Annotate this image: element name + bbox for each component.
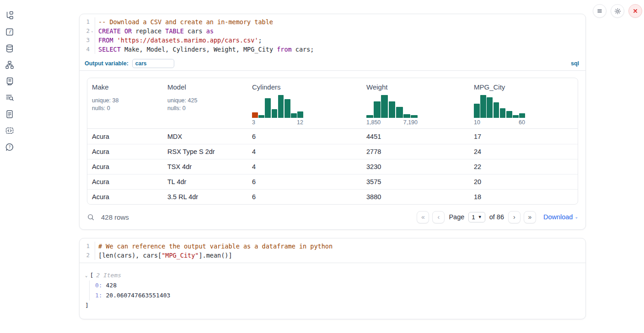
prev-page-button[interactable]: ‹ [432, 211, 445, 223]
histogram-bar [381, 95, 388, 118]
item-index: 1: [95, 292, 106, 299]
dependency-graph-icon[interactable] [0, 57, 19, 73]
table-header: Makeunique: 38nulls: 0Modelunique: 425nu… [87, 78, 578, 129]
histogram-bar [291, 113, 297, 118]
item-index: 0: [95, 282, 106, 289]
line-number: 2 [80, 251, 95, 260]
snippets-icon[interactable] [0, 122, 19, 139]
line-number-gutter: 12 [80, 242, 95, 260]
settings-button[interactable] [611, 4, 624, 18]
stat-line: nulls: 0 [167, 105, 243, 112]
page-select[interactable]: 1 ▼ [468, 212, 485, 222]
code-line: SELECT Make, Model, Cylinders, Weight, M… [98, 45, 585, 54]
python-code: # We can reference the output variable a… [95, 242, 585, 260]
shutdown-button[interactable] [628, 4, 642, 18]
item-value: 20.060747663551403 [106, 292, 170, 299]
histogram-bar [411, 115, 418, 118]
table-cell: 4 [247, 163, 362, 170]
list-item: 0: 428 [95, 280, 577, 291]
table-cell: 4451 [362, 133, 469, 140]
notebook-actions [593, 4, 642, 18]
logs-search-icon[interactable] [0, 90, 19, 106]
last-page-button[interactable]: » [524, 211, 536, 223]
data-table: Makeunique: 38nulls: 0Modelunique: 425nu… [87, 78, 578, 205]
fold-chevron-icon: ⌄ [90, 26, 95, 36]
scratchpad-icon[interactable] [0, 73, 19, 90]
output-variable-label: Output variable: [85, 60, 129, 67]
output-variable-input[interactable] [132, 59, 174, 68]
datasources-icon[interactable] [0, 40, 19, 57]
histogram-bar [506, 111, 512, 118]
list-item: 1: 20.060747663551403 [95, 291, 577, 301]
histogram-bar [258, 115, 264, 118]
table-cell: 3230 [362, 163, 469, 170]
collapse-chevron-icon[interactable]: ⌄ [85, 270, 87, 280]
table-body: AcuraMDX6445117AcuraRSX Type S 2dr427782… [87, 129, 578, 204]
column-title: Weight [366, 83, 465, 91]
histogram-bar [278, 95, 284, 118]
column-title: Model [167, 83, 243, 91]
variables-icon[interactable]: f [0, 24, 19, 40]
download-button[interactable]: Download ⌄ [543, 213, 578, 221]
code-line: # We can reference the output variable a… [98, 242, 585, 251]
column-stats: unique: 38nulls: 0 [92, 97, 158, 112]
table-row[interactable]: Acura3.5 RL 4dr6388018 [87, 189, 578, 204]
histogram-bar [396, 107, 403, 118]
search-button[interactable] [87, 213, 95, 221]
axis-min-label: 1,850 [366, 119, 381, 126]
chevron-down-icon: ⌄ [574, 215, 578, 219]
table-cell: 17 [469, 133, 578, 140]
table-cell: TL 4dr [163, 178, 247, 185]
close-icon [632, 8, 639, 14]
histogram-bar [265, 98, 271, 118]
table-row[interactable]: AcuraTL 4dr6357520 [87, 174, 578, 189]
histogram-bar [494, 102, 499, 118]
column-header-weight[interactable]: Weight1,8507,190 [362, 78, 469, 128]
column-histogram: 1060 [474, 95, 525, 126]
table-cell: 3575 [362, 178, 469, 185]
table-row[interactable]: AcuraTSX 4dr4323022 [87, 159, 578, 174]
table-cell: 22 [469, 163, 578, 170]
chevron-down-icon: ▼ [478, 215, 482, 219]
table-row[interactable]: AcuraMDX6445117 [87, 129, 578, 144]
code-line: CREATE OR replace TABLE cars as [98, 26, 585, 36]
histogram-bar [500, 108, 506, 118]
table-cell: 6 [247, 193, 362, 201]
column-header-mpg_city[interactable]: MPG_City1060 [469, 78, 578, 128]
language-badge: sql [571, 60, 579, 67]
stat-line: nulls: 0 [92, 105, 158, 112]
sql-code-editor[interactable]: 12⌄34 -- Download a CSV and create an in… [80, 14, 585, 57]
column-header-make[interactable]: Makeunique: 38nulls: 0 [87, 78, 163, 128]
table-cell: Acura [87, 133, 163, 140]
table-cell: TSX 4dr [163, 163, 247, 170]
histogram-bar [513, 115, 519, 118]
output-tree: ⌄ [ 2 Items 0: 4281: 20.060747663551403 … [80, 263, 585, 319]
column-header-model[interactable]: Modelunique: 425nulls: 0 [163, 78, 247, 128]
help-icon[interactable]: ? [0, 139, 19, 155]
python-code-editor[interactable]: 12 # We can reference the output variabl… [80, 238, 585, 263]
table-row[interactable]: AcuraRSX Type S 2dr4277824 [87, 144, 578, 159]
gear-icon [614, 7, 622, 15]
file-explorer-icon[interactable] [0, 7, 19, 24]
next-page-button[interactable]: › [508, 211, 521, 223]
column-header-cylinders[interactable]: Cylinders312 [247, 78, 362, 128]
line-number: 1 [80, 242, 95, 251]
table-cell: Acura [87, 178, 163, 185]
documentation-icon[interactable] [0, 106, 19, 122]
table-cell: MDX [163, 133, 247, 140]
stat-line: unique: 38 [92, 97, 158, 105]
histogram-bar [252, 112, 258, 118]
sql-code: -- Download a CSV and create an in-memor… [95, 17, 585, 54]
item-value: 428 [106, 282, 116, 289]
row-count: 428 rows [101, 213, 129, 221]
menu-button[interactable] [593, 4, 606, 18]
histogram-bar [272, 109, 278, 118]
table-cell: Acura [87, 193, 163, 201]
histogram-bar [403, 114, 410, 118]
code-line: -- Download a CSV and create an in-memor… [98, 17, 585, 26]
table-cell: RSX Type S 2dr [163, 148, 247, 155]
table-cell: Acura [87, 148, 163, 155]
pagination: « ‹ Page 1 ▼ of 86 › » [417, 211, 536, 223]
first-page-button[interactable]: « [417, 211, 429, 223]
svg-text:f: f [9, 29, 11, 34]
